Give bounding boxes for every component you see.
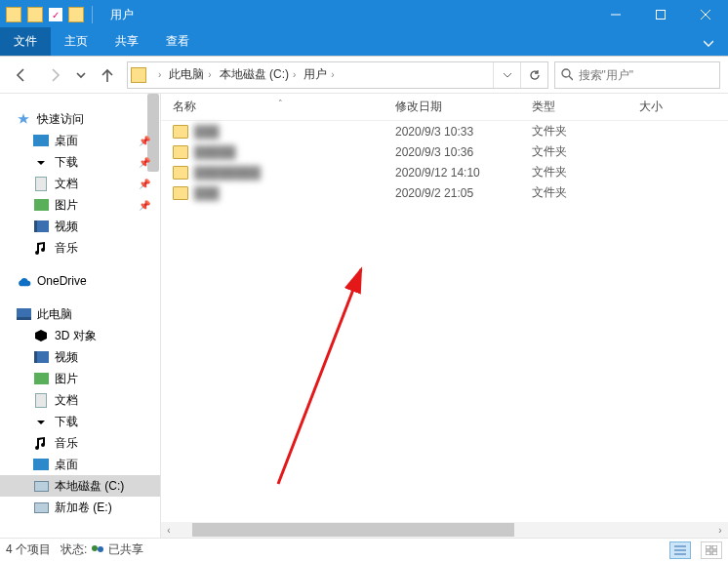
up-button[interactable] — [94, 61, 121, 89]
folder-icon — [173, 186, 188, 200]
ribbon: 文件 主页 共享 查看 — [0, 29, 728, 57]
nav-label: OneDrive — [37, 274, 87, 288]
nav-onedrive[interactable]: OneDrive — [0, 270, 160, 292]
svg-rect-1 — [657, 11, 666, 20]
tab-file[interactable]: 文件 — [0, 27, 51, 56]
nav-item[interactable]: 本地磁盘 (C:) — [0, 475, 160, 497]
refresh-button[interactable] — [520, 62, 547, 88]
checkbox-icon[interactable]: ✓ — [49, 8, 62, 21]
nav-item[interactable]: 视频 — [0, 216, 160, 237]
nav-item[interactable]: 文档 — [0, 389, 160, 411]
annotation-arrow — [268, 250, 405, 494]
search-input[interactable] — [579, 68, 713, 82]
column-header-type[interactable]: 类型 — [532, 99, 639, 115]
pin-icon: 📌 — [139, 200, 150, 211]
nav-item[interactable]: 新加卷 (E:) — [0, 497, 160, 518]
nav-label: 音乐 — [55, 435, 78, 452]
nav-label: 图片 — [55, 371, 78, 387]
forward-button[interactable] — [41, 61, 68, 89]
nav-item[interactable]: 桌面 📌 — [0, 130, 160, 151]
file-list-view[interactable]: 名称˄ 修改日期 类型 大小 ███ 2020/9/3 10:33 文件夹 ██… — [161, 94, 728, 538]
navigation-pane[interactable]: 快速访问 桌面 📌 下载 📌 文档 📌 图片 📌 视频 — [0, 94, 161, 538]
file-date: 2020/9/3 10:33 — [395, 125, 532, 139]
svg-rect-19 — [706, 551, 710, 555]
file-name: ████████ — [194, 166, 261, 180]
breadcrumb-item[interactable]: 用户› — [300, 62, 338, 88]
scrollbar-thumb[interactable] — [192, 523, 514, 537]
nav-item[interactable]: 下载 — [0, 411, 160, 432]
nav-this-pc[interactable]: 此电脑 — [0, 303, 160, 325]
horizontal-scrollbar[interactable]: ‹ › — [161, 522, 728, 538]
svg-rect-18 — [712, 545, 717, 549]
column-header-date[interactable]: 修改日期 — [395, 99, 532, 115]
scroll-left-icon[interactable]: ‹ — [161, 525, 177, 536]
window-title: 用户 — [110, 7, 134, 23]
minimize-button[interactable] — [593, 0, 638, 29]
column-header-size[interactable]: 大小 — [639, 99, 717, 115]
breadcrumb-item[interactable]: 本地磁盘 (C:)› — [216, 62, 301, 88]
view-details-button[interactable] — [669, 541, 691, 559]
breadcrumb-item[interactable]: 此电脑› — [165, 62, 215, 88]
scroll-right-icon[interactable]: › — [712, 525, 728, 536]
file-type: 文件夹 — [532, 143, 639, 160]
nav-item[interactable]: 图片 — [0, 368, 160, 389]
maximize-button[interactable] — [638, 0, 683, 29]
doc-icon — [33, 392, 49, 408]
nav-item[interactable]: 音乐 — [0, 237, 160, 259]
column-header-name[interactable]: 名称˄ — [161, 99, 395, 115]
nav-label: 下载 — [55, 154, 78, 171]
tab-home[interactable]: 主页 — [51, 27, 101, 56]
nav-item[interactable]: 桌面 — [0, 454, 160, 475]
svg-rect-17 — [706, 545, 710, 549]
pin-icon: 📌 — [139, 179, 150, 189]
tab-view[interactable]: 查看 — [152, 27, 203, 56]
recent-locations-button[interactable] — [74, 61, 88, 89]
doc-icon — [33, 176, 49, 191]
back-button[interactable] — [8, 61, 35, 89]
file-row[interactable]: ███ 2020/9/2 21:05 文件夹 — [161, 182, 728, 203]
desktop-icon — [33, 133, 49, 148]
nav-label: 下载 — [55, 414, 78, 430]
nav-item[interactable]: 视频 — [0, 346, 160, 368]
nav-item[interactable]: 文档 📌 — [0, 173, 160, 194]
search-box[interactable] — [554, 61, 720, 89]
quick-access-toolbar: ✓ — [0, 6, 95, 23]
nav-item[interactable]: 图片 📌 — [0, 194, 160, 216]
svg-point-13 — [98, 546, 103, 552]
address-bar[interactable]: › 此电脑› 本地磁盘 (C:)› 用户› — [127, 61, 548, 89]
star-icon — [16, 111, 31, 127]
status-bar: 4 个项目 状态: 已共享 — [0, 538, 728, 561]
pin-icon: 📌 — [139, 157, 150, 168]
nav-label: 文档 — [55, 176, 78, 192]
pic-icon — [33, 197, 49, 213]
nav-label: 新加卷 (E:) — [55, 500, 112, 516]
file-name: █████ — [194, 145, 236, 159]
file-name: ███ — [194, 125, 220, 139]
music-icon — [33, 435, 49, 451]
file-name: ███ — [194, 186, 220, 200]
breadcrumb-item[interactable]: › — [150, 62, 165, 88]
svg-rect-20 — [712, 551, 717, 555]
file-date: 2020/9/3 10:36 — [395, 145, 532, 159]
item-count: 4 个项目 — [6, 541, 51, 558]
nav-item[interactable]: 3D 对象 — [0, 325, 160, 346]
drive-icon — [33, 500, 49, 515]
cloud-icon — [16, 273, 31, 289]
ribbon-expand-button[interactable] — [689, 30, 728, 56]
file-row[interactable]: █████ 2020/9/3 10:36 文件夹 — [161, 141, 728, 162]
file-row[interactable]: ███ 2020/9/3 10:33 文件夹 — [161, 121, 728, 141]
folder-icon — [173, 145, 188, 159]
nav-item[interactable]: 音乐 — [0, 432, 160, 454]
file-row[interactable]: ████████ 2020/9/12 14:10 文件夹 — [161, 162, 728, 182]
address-dropdown-button[interactable] — [493, 62, 520, 88]
shared-users-icon — [90, 544, 105, 556]
nav-quick-access[interactable]: 快速访问 — [0, 108, 160, 130]
close-button[interactable] — [683, 0, 728, 29]
nav-label: 音乐 — [55, 240, 78, 257]
folder-icon — [27, 7, 43, 22]
svg-point-12 — [92, 545, 98, 551]
nav-item[interactable]: 下载 📌 — [0, 151, 160, 173]
tab-share[interactable]: 共享 — [101, 27, 152, 56]
sort-indicator-icon: ˄ — [278, 99, 283, 108]
view-large-icons-button[interactable] — [701, 541, 722, 559]
